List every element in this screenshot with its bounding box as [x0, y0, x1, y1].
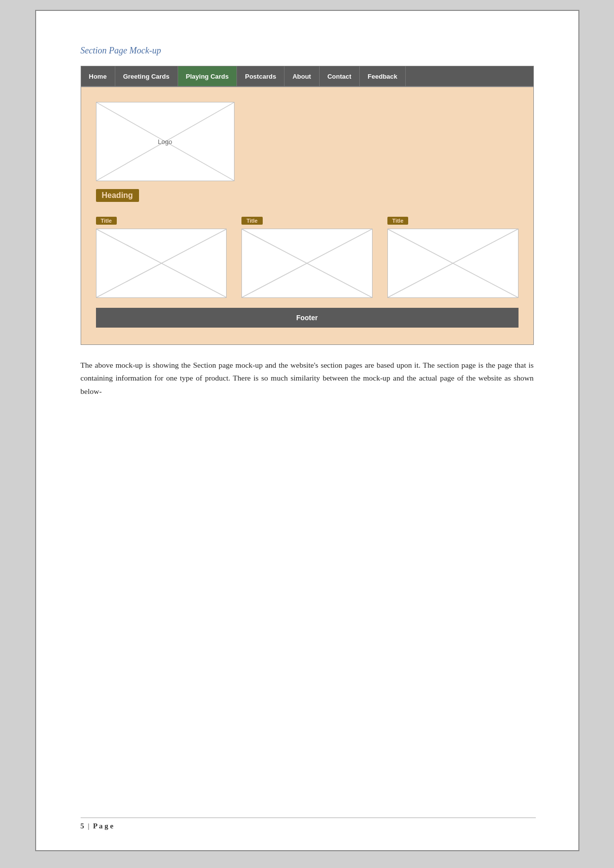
nav-item-contact[interactable]: Contact: [320, 66, 360, 86]
column-2: Title: [241, 217, 373, 298]
page-label: P a g e: [93, 822, 113, 830]
nav-bar: Home Greeting Cards Playing Cards Postca…: [81, 66, 533, 87]
col-3-image: [387, 229, 519, 298]
three-columns: Title Title: [96, 217, 519, 298]
col-3-title: Title: [387, 217, 408, 225]
nav-item-about[interactable]: About: [284, 66, 320, 86]
col-1-image: [96, 229, 227, 298]
page-number-bar: 5 | P a g e: [81, 818, 536, 830]
mockup-body: Logo Heading Title Title: [81, 87, 533, 344]
nav-item-playing-cards[interactable]: Playing Cards: [178, 66, 237, 86]
logo-label: Logo: [158, 138, 172, 145]
nav-item-feedback[interactable]: Feedback: [360, 66, 406, 86]
document-page: Section Page Mock-up Home Greeting Cards…: [35, 10, 579, 851]
heading-label: Heading: [96, 189, 139, 202]
page-number: 5: [81, 822, 85, 830]
logo-placeholder: Logo: [96, 102, 235, 181]
nav-item-postcards[interactable]: Postcards: [237, 66, 284, 86]
description-text: The above mock-up is showing the Section…: [81, 359, 534, 398]
column-1: Title: [96, 217, 227, 298]
mockup-container: Home Greeting Cards Playing Cards Postca…: [81, 66, 534, 345]
nav-item-greeting-cards[interactable]: Greeting Cards: [115, 66, 178, 86]
col-1-title: Title: [96, 217, 117, 225]
column-3: Title: [387, 217, 519, 298]
col-2-image: [241, 229, 373, 298]
nav-item-home[interactable]: Home: [81, 66, 115, 86]
section-title: Section Page Mock-up: [81, 46, 534, 56]
mockup-footer: Footer: [96, 308, 519, 328]
col-2-title: Title: [241, 217, 262, 225]
